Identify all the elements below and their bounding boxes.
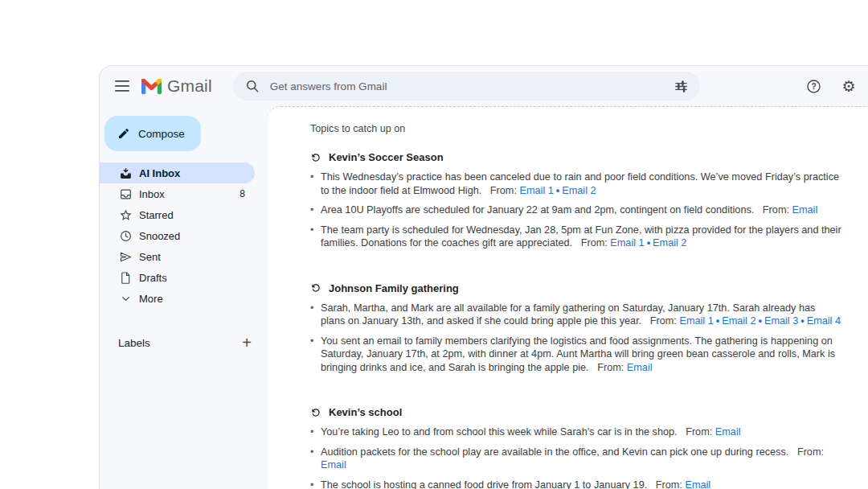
email-link[interactable]: Email 1	[679, 315, 713, 327]
bullet-item: •The school is hosting a canned food dri…	[310, 479, 842, 489]
topic-section: Kevin’s school•You’re taking Leo to and …	[310, 406, 842, 489]
bullet-item: •The team party is scheduled for Wednesd…	[310, 224, 842, 250]
bullet-marker: •	[310, 446, 321, 472]
topic-title: Kevin’s school	[329, 406, 402, 418]
gmail-m-icon	[141, 79, 162, 94]
help-button[interactable]: ?	[798, 71, 829, 101]
sidebar-item-label: Drafts	[139, 272, 167, 284]
search-input[interactable]	[268, 80, 674, 93]
search-icon	[244, 78, 260, 94]
email-link[interactable]: Email	[715, 426, 741, 438]
gmail-window: Gmail ?	[99, 65, 868, 489]
from-label: From:	[650, 315, 677, 327]
link-separator: •	[556, 185, 559, 196]
bullet-text: Audition packets for the school play are…	[321, 446, 842, 472]
link-separator: •	[716, 315, 719, 327]
chevron-down-icon	[118, 291, 133, 306]
email-link[interactable]: Email	[321, 459, 346, 471]
sidebar-item-more[interactable]: More	[100, 288, 255, 309]
refresh-topic-icon	[310, 152, 321, 163]
link-separator: •	[800, 315, 804, 327]
top-bar: Gmail ?	[100, 66, 868, 106]
email-link[interactable]: Email 3	[764, 315, 798, 327]
topic-header[interactable]: Kevin’s Soccer Season	[310, 151, 842, 163]
topic-section: Johnson Family gathering•Sarah, Martha, …	[310, 282, 842, 375]
gmail-logo-text: Gmail	[167, 76, 212, 96]
email-link[interactable]: Email 1	[520, 185, 554, 196]
compose-button[interactable]: Compose	[104, 116, 201, 151]
bullet-text: You sent an email to family members clar…	[321, 335, 842, 375]
from-label: From:	[581, 237, 608, 249]
topic-header[interactable]: Kevin’s school	[310, 406, 842, 418]
search-options-tune-icon[interactable]	[674, 79, 689, 94]
main-content-card: Topics to catch up on Kevin’s Soccer Sea…	[268, 106, 868, 489]
topic-section: Kevin’s Soccer Season•This Wednesday’s p…	[310, 151, 842, 250]
email-link[interactable]: Email 2	[722, 315, 755, 327]
bullet-item: •You’re taking Leo to and from school th…	[310, 425, 842, 439]
bullet-item: •Area 10U Playoffs are scheduled for Jan…	[310, 203, 842, 217]
bullet-text: The team party is scheduled for Wednesda…	[321, 224, 842, 250]
email-link[interactable]: Email 1	[610, 237, 644, 249]
labels-section-header: Labels +	[100, 333, 268, 352]
clock-icon	[118, 228, 133, 243]
sidebar-item-snoozed[interactable]: Snoozed	[100, 225, 255, 246]
bullet-text: Area 10U Playoffs are scheduled for Janu…	[321, 203, 817, 217]
catchup-heading: Topics to catch up on	[310, 123, 842, 134]
refresh-topic-icon	[310, 407, 321, 418]
refresh-topic-icon	[310, 282, 321, 294]
from-label: From:	[763, 204, 789, 216]
email-link[interactable]: Email	[792, 204, 818, 216]
from-label: From:	[797, 446, 824, 458]
pencil-icon	[117, 127, 130, 140]
bullet-marker: •	[310, 425, 321, 439]
topic-title: Johnson Family gathering	[329, 282, 459, 294]
star-icon	[118, 208, 133, 222]
email-link[interactable]: Email	[627, 362, 653, 373]
bullet-marker: •	[310, 302, 321, 328]
bullet-item: •Audition packets for the school play ar…	[310, 446, 842, 472]
email-link[interactable]: Email 2	[653, 237, 686, 249]
sidebar-item-label: Starred	[139, 209, 174, 221]
bullet-marker: •	[310, 203, 321, 217]
email-link[interactable]: Email 4	[807, 315, 841, 327]
search-bar[interactable]	[233, 72, 700, 101]
bullet-marker: •	[310, 479, 321, 489]
link-separator: •	[647, 237, 650, 249]
main-menu-button[interactable]	[106, 70, 138, 102]
sidebar-item-sent[interactable]: Sent	[100, 246, 255, 267]
sidebar-item-label: AI Inbox	[139, 167, 180, 179]
sidebar-item-label: Sent	[139, 251, 161, 263]
sidebar-item-starred[interactable]: Starred	[100, 204, 255, 225]
bullet-item: •This Wednesday’s practice has been canc…	[310, 171, 842, 197]
sidebar-item-inbox[interactable]: Inbox 8	[100, 183, 255, 204]
from-label: From:	[686, 426, 712, 438]
topics-list: Kevin’s Soccer Season•This Wednesday’s p…	[310, 151, 842, 489]
sidebar-item-label: More	[139, 293, 163, 305]
from-label: From:	[597, 362, 624, 373]
draft-icon	[118, 270, 133, 285]
inbox-icon	[118, 187, 133, 201]
bullet-text: This Wednesday’s practice has been cance…	[321, 171, 842, 197]
settings-button[interactable]: ⚙	[833, 71, 864, 101]
inbox-unread-count: 8	[240, 188, 245, 199]
link-separator: •	[759, 315, 762, 327]
sidebar-item-drafts[interactable]: Drafts	[100, 267, 255, 288]
bullet-marker: •	[310, 224, 321, 250]
sidebar-item-label: Inbox	[139, 188, 165, 200]
from-label: From:	[656, 479, 682, 489]
labels-title: Labels	[118, 337, 150, 349]
sidebar-item-ai-inbox[interactable]: AI Inbox	[100, 162, 255, 183]
email-link[interactable]: Email 2	[562, 185, 596, 196]
topic-header[interactable]: Johnson Family gathering	[310, 282, 842, 294]
hamburger-icon	[115, 80, 129, 92]
help-icon: ?	[805, 78, 822, 95]
gear-icon: ⚙	[841, 79, 855, 94]
bullet-text: Sarah, Martha, and Mark are all availabl…	[321, 302, 842, 328]
bullet-marker: •	[310, 335, 321, 375]
from-label: From:	[490, 185, 517, 196]
topbar-actions: ? ⚙	[798, 71, 864, 101]
sidebar: Compose AI Inbox	[100, 106, 268, 489]
email-link[interactable]: Email	[685, 479, 710, 489]
create-label-button[interactable]: +	[237, 333, 256, 352]
bullet-text: The school is hosting a canned food driv…	[321, 479, 710, 489]
